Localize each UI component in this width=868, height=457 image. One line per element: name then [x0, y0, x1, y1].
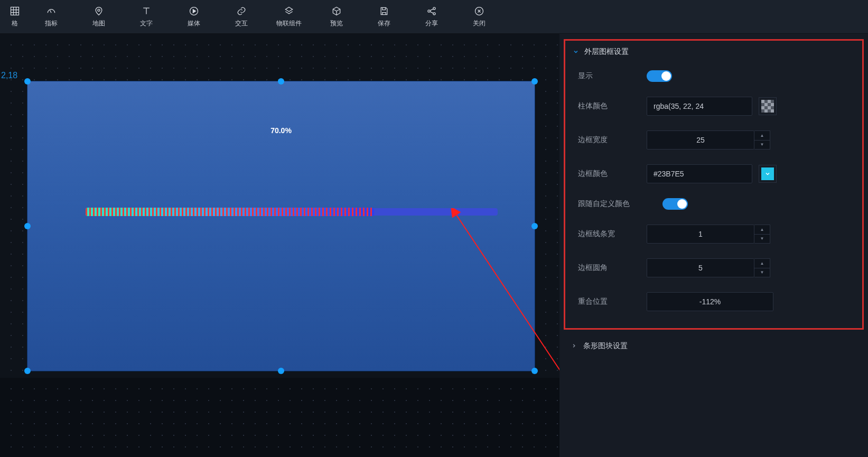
- tool-label: 保存: [378, 19, 390, 28]
- close-icon: [473, 5, 485, 17]
- step-down-icon[interactable]: ▼: [754, 268, 770, 277]
- overlap-label: 重合位置: [578, 297, 647, 306]
- tool-label: 交互: [235, 19, 248, 28]
- display-toggle[interactable]: [647, 70, 672, 82]
- border-radius-label: 边框圆角: [578, 263, 647, 273]
- section-header[interactable]: 外层图框设置: [565, 41, 862, 63]
- transparent-swatch-icon: [761, 100, 774, 113]
- border-radius-input[interactable]: [647, 258, 754, 277]
- chevron-down-icon: [573, 49, 579, 55]
- border-line-width-input[interactable]: [647, 225, 754, 244]
- grid-icon: [9, 5, 21, 17]
- progress-fill: [86, 208, 374, 216]
- tool-label: 关闭: [473, 19, 486, 28]
- tool-share[interactable]: 分享: [408, 0, 455, 33]
- follow-custom-label: 跟随自定义颜色: [578, 199, 662, 209]
- text-icon: [141, 5, 152, 17]
- tool-label: 预览: [330, 19, 343, 28]
- border-color-swatch[interactable]: [759, 165, 777, 183]
- tool-text[interactable]: 文字: [123, 0, 170, 33]
- chevron-right-icon: [571, 342, 577, 350]
- svg-point-3: [428, 10, 430, 12]
- overlap-input[interactable]: [647, 292, 773, 311]
- border-color-input[interactable]: [647, 164, 752, 183]
- display-label: 显示: [578, 71, 647, 81]
- viewport-position: 2,18: [1, 71, 17, 80]
- section-title: 外层图框设置: [584, 47, 629, 57]
- tool-label: 媒体: [188, 19, 200, 28]
- body-color-swatch[interactable]: [759, 97, 777, 115]
- toolbar: 格 指标 地图 文字 媒体 交互 物联组件: [0, 0, 868, 34]
- tool-label: 物联组件: [276, 19, 302, 28]
- link-icon: [236, 5, 247, 17]
- tool-label: 格: [12, 19, 18, 28]
- tool-label: 指标: [45, 19, 58, 28]
- border-width-label: 边框宽度: [578, 135, 647, 145]
- svg-point-5: [433, 13, 435, 15]
- tool-map[interactable]: 地图: [75, 0, 123, 33]
- step-up-icon[interactable]: ▲: [754, 131, 770, 141]
- border-width-input[interactable]: [647, 130, 754, 150]
- tool-preview[interactable]: 预览: [313, 0, 360, 33]
- tool-media[interactable]: 媒体: [170, 0, 218, 33]
- border-line-width-stepper[interactable]: ▲ ▼: [754, 225, 770, 244]
- map-pin-icon: [93, 5, 105, 17]
- play-icon: [188, 5, 200, 17]
- iot-icon: [283, 5, 295, 17]
- tool-label: 地图: [92, 19, 105, 28]
- body-color-input[interactable]: [647, 97, 752, 116]
- tool-save[interactable]: 保存: [360, 0, 408, 33]
- tool-label: 文字: [140, 19, 153, 28]
- canvas-region[interactable]: 2,18 70.0%: [0, 34, 559, 457]
- border-line-width-label: 边框线条宽: [578, 229, 647, 239]
- svg-point-4: [433, 7, 435, 10]
- selected-component[interactable]: 70.0%: [27, 81, 535, 371]
- canvas-bottom-strip: [0, 378, 559, 457]
- tool-iot[interactable]: 物联组件: [265, 0, 313, 33]
- border-width-stepper[interactable]: ▲ ▼: [754, 130, 770, 150]
- step-up-icon[interactable]: ▲: [754, 259, 770, 268]
- svg-rect-0: [11, 7, 19, 15]
- cube-icon: [331, 5, 342, 17]
- progress-track: [86, 208, 498, 216]
- gauge-icon: [45, 5, 57, 17]
- bar-block-section-header[interactable]: 条形图块设置: [559, 335, 868, 357]
- color-swatch-icon: [761, 167, 774, 180]
- body-color-label: 柱体颜色: [578, 101, 647, 111]
- properties-panel: 外层图框设置 显示 柱体颜色 边框宽度: [559, 34, 868, 457]
- border-radius-stepper[interactable]: ▲ ▼: [754, 258, 770, 277]
- step-up-icon[interactable]: ▲: [754, 225, 770, 235]
- outer-frame-section: 外层图框设置 显示 柱体颜色 边框宽度: [564, 39, 864, 330]
- share-icon: [426, 5, 437, 17]
- accordion-title: 条形图块设置: [583, 341, 628, 351]
- border-color-label: 边框颜色: [578, 169, 647, 179]
- tool-indicator[interactable]: 指标: [27, 0, 75, 33]
- tool-grid[interactable]: 格: [2, 0, 27, 33]
- tool-interaction[interactable]: 交互: [218, 0, 265, 33]
- step-down-icon[interactable]: ▼: [754, 235, 770, 244]
- step-down-icon[interactable]: ▼: [754, 141, 770, 150]
- follow-custom-toggle[interactable]: [662, 198, 688, 210]
- progress-value-text: 70.0%: [270, 126, 292, 135]
- tool-close[interactable]: 关闭: [455, 0, 503, 33]
- save-icon: [378, 5, 390, 17]
- svg-point-1: [98, 9, 100, 11]
- tool-label: 分享: [425, 19, 438, 28]
